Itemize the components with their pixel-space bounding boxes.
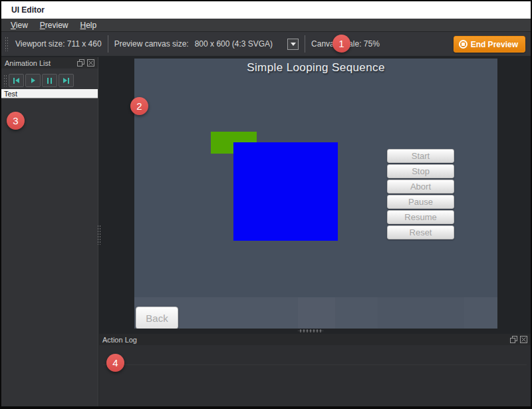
skip-to-start-icon	[13, 78, 15, 84]
viewport-size-label: Viewport size: 711 x 460	[15, 39, 102, 49]
action-log-header: Action Log	[99, 334, 531, 345]
back-button[interactable]: Back	[136, 307, 178, 329]
pause-preview-button[interactable]: Pause	[387, 195, 454, 209]
resume-button[interactable]: Resume	[387, 210, 454, 224]
end-preview-button[interactable]: End Preview	[454, 36, 525, 53]
animation-list-panel: Animation List	[1, 57, 98, 406]
window-bottom-border	[0, 406, 532, 409]
preview-title: Simple Looping Sequence	[134, 61, 497, 74]
reset-button[interactable]: Reset	[387, 225, 454, 239]
start-button[interactable]: Start	[387, 149, 454, 163]
animation-transport-toolbar	[1, 72, 98, 89]
skip-to-end-icon	[63, 78, 67, 83]
callout-badge-2: 2	[130, 97, 148, 115]
stop-button[interactable]: Stop	[387, 164, 454, 178]
play-button[interactable]	[25, 74, 41, 87]
toolbar-drag-handle[interactable]	[5, 37, 9, 51]
close-panel-icon[interactable]	[519, 336, 527, 344]
canvas-size-value: 800 x 600 (4:3 SVGA)	[195, 39, 273, 49]
action-log-panel: Action Log	[99, 334, 531, 406]
transport-drag-handle[interactable]	[3, 74, 7, 86]
animation-list-header: Animation List	[1, 57, 98, 68]
abort-button[interactable]: Abort	[387, 180, 454, 194]
toolbar-separator	[305, 35, 305, 53]
stop-circle-icon	[459, 40, 467, 49]
animation-list-item-test[interactable]: Test	[1, 89, 98, 98]
canvas-size-dropdown[interactable]: 800 x 600 (4:3 SVGA)	[195, 39, 299, 50]
horizontal-splitter-handle[interactable]	[298, 329, 323, 333]
canvas-bottom-band-seam	[378, 297, 464, 329]
dropdown-arrow-button[interactable]	[287, 39, 299, 50]
animation-list: Test	[1, 89, 98, 406]
chevron-down-icon	[291, 43, 296, 46]
pause-icon	[47, 78, 49, 84]
close-panel-icon[interactable]	[86, 59, 94, 67]
play-icon	[31, 78, 35, 83]
vertical-splitter-handle[interactable]	[97, 225, 101, 245]
title-bar[interactable]: UI Editor	[1, 1, 531, 19]
menu-help[interactable]: Help	[74, 19, 103, 31]
menu-bar: View Preview Help	[1, 19, 531, 31]
float-panel-icon[interactable]	[76, 59, 84, 67]
menu-preview[interactable]: Preview	[34, 19, 74, 31]
blue-rectangle	[233, 142, 338, 241]
menu-view[interactable]: View	[5, 19, 34, 31]
ui-editor-window: UI Editor x View Preview Help Viewport s…	[0, 0, 532, 409]
preview-toolbar: Viewport size: 711 x 460 Preview canvas …	[1, 31, 531, 56]
pause-button[interactable]	[42, 74, 57, 87]
callout-badge-1: 1	[332, 35, 350, 53]
skip-to-start-button[interactable]	[9, 74, 24, 87]
preview-canvas-size-label: Preview canvas size:	[114, 39, 189, 49]
callout-badge-3: 3	[7, 112, 25, 130]
preview-button-column: Start Stop Abort Pause Resume Reset	[387, 149, 454, 241]
float-panel-icon[interactable]	[509, 336, 517, 344]
action-log-title: Action Log	[102, 336, 509, 344]
toolbar-separator	[108, 35, 108, 53]
window-title: UI Editor	[11, 5, 45, 15]
animation-list-title: Animation List	[5, 59, 76, 67]
canvas-bottom-band-seam	[298, 297, 335, 329]
skip-to-end-button[interactable]	[59, 74, 74, 87]
preview-canvas[interactable]: Simple Looping Sequence Start Stop Abort…	[134, 59, 497, 329]
callout-badge-4: 4	[106, 354, 124, 372]
log-row-separator	[103, 364, 527, 365]
end-preview-label: End Preview	[471, 40, 518, 49]
